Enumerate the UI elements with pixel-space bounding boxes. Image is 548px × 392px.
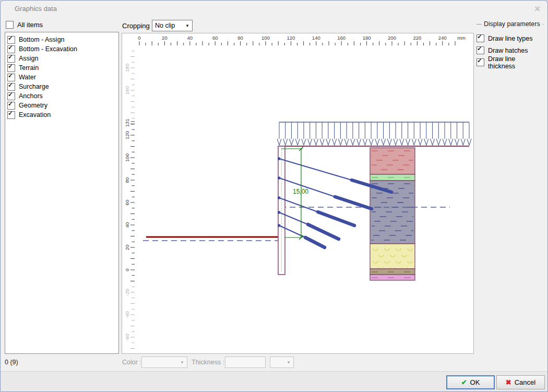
svg-text:-20: -20 <box>124 289 130 296</box>
svg-text:40: 40 <box>187 35 193 41</box>
checkbox-label: Water <box>19 74 36 81</box>
option-draw-line-thickness[interactable]: ✓Draw line thickness <box>476 56 543 68</box>
close-icon[interactable]: × <box>534 3 540 15</box>
checkbox[interactable]: ✓ <box>7 74 15 81</box>
graphics-data-dialog: Graphics data × All items Cropping : No … <box>0 0 548 392</box>
soil-layer-6 <box>370 275 415 280</box>
checkbox-label: Surcharge <box>19 83 49 90</box>
checkbox[interactable]: ✓ <box>476 34 484 42</box>
item-geometry[interactable]: ✓Geometry <box>7 101 118 110</box>
svg-text:120: 120 <box>287 35 295 41</box>
checkbox[interactable]: ✓ <box>7 36 15 44</box>
chevron-down-icon: ▼ <box>185 23 189 28</box>
retaining-wall <box>278 146 285 275</box>
drawing-canvas[interactable]: 020406080100120140160180200220240mm18016… <box>122 33 473 353</box>
svg-text:60: 60 <box>124 200 130 206</box>
soil-layer-2 <box>370 174 415 181</box>
checkbox[interactable]: ✓ <box>7 83 15 91</box>
option-draw-line-types[interactable]: ✓Draw line types <box>476 32 543 44</box>
checkbox[interactable]: ✓ <box>7 45 15 53</box>
svg-text:180: 180 <box>124 64 130 72</box>
soil-layer-5 <box>370 269 415 275</box>
checkbox[interactable]: ✓ <box>476 46 484 54</box>
cropping-select[interactable]: No clip ▼ <box>152 20 193 31</box>
surcharge-load <box>277 122 471 145</box>
display-parameters-group: Display parameters ✓Draw line types✓Draw… <box>476 20 543 68</box>
thickness-input <box>225 357 266 368</box>
checkbox-label: Terrain <box>19 64 39 72</box>
svg-text:0: 0 <box>138 35 140 41</box>
thickness-unit-select: ▼ <box>270 357 294 368</box>
check-icon: ✓ <box>477 45 482 52</box>
thickness-label: Thickness : <box>192 359 224 366</box>
display-parameters-title: Display parameters <box>484 20 540 28</box>
checkbox-label: Bottom - Excavation <box>19 45 77 53</box>
checkbox-label: Assign <box>19 55 39 62</box>
x-icon: ✖ <box>506 378 511 386</box>
soil-layer-1 <box>370 148 415 174</box>
cancel-button[interactable]: ✖ Cancel <box>496 375 545 389</box>
svg-text:100: 100 <box>261 35 270 41</box>
svg-text:40: 40 <box>124 222 130 228</box>
svg-text:60: 60 <box>212 35 218 41</box>
selection-count: 0 (9) <box>5 359 18 366</box>
chevron-down-icon: ▼ <box>180 360 184 365</box>
checkbox[interactable]: ✓ <box>476 58 484 66</box>
svg-text:200: 200 <box>388 35 396 41</box>
check-icon: ✓ <box>8 82 13 89</box>
horizontal-ruler: 020406080100120140160180200220240mm <box>138 35 466 45</box>
svg-text:-60: -60 <box>124 334 130 341</box>
dialog-title: Graphics data <box>15 5 57 13</box>
checkbox-label: Bottom - Assign <box>19 36 65 43</box>
item-assign[interactable]: ✓Assign <box>7 54 118 63</box>
display-parameters-header: Display parameters <box>476 20 543 28</box>
color-select: ▼ <box>141 357 187 368</box>
chevron-down-icon: ▼ <box>287 360 291 365</box>
item-water[interactable]: ✓Water <box>7 73 118 82</box>
drawing-area[interactable]: 020406080100120140160180200220240mm18016… <box>122 33 474 354</box>
all-items-checkbox-box[interactable] <box>6 21 14 29</box>
svg-text:131: 131 <box>124 118 130 127</box>
svg-text:-40: -40 <box>124 311 130 318</box>
checkbox[interactable]: ✓ <box>7 55 15 63</box>
checkbox-label: Draw line thickness <box>488 55 543 70</box>
cancel-button-label: Cancel <box>515 378 535 386</box>
cropping-value: No clip <box>155 22 175 29</box>
checkbox[interactable]: ✓ <box>7 111 15 119</box>
checkbox-label: Excavation <box>19 111 51 118</box>
svg-text:220: 220 <box>413 35 421 41</box>
item-bottom-assign[interactable]: ✓Bottom - Assign <box>7 35 118 44</box>
svg-text:240: 240 <box>438 35 447 41</box>
item-anchors[interactable]: ✓Anchors <box>7 91 118 101</box>
soil-layer-4 <box>370 244 415 269</box>
ok-button[interactable]: ✔ OK <box>446 375 495 389</box>
all-items-checkbox[interactable]: All items <box>6 21 43 29</box>
item-excavation[interactable]: ✓Excavation <box>7 110 118 120</box>
titlebar: Graphics data × <box>1 1 547 17</box>
soil-layer-3 <box>370 181 415 244</box>
all-items-label: All items <box>17 21 43 29</box>
checkbox-label: Anchors <box>19 92 43 100</box>
svg-text:100: 100 <box>124 153 130 162</box>
svg-text:20: 20 <box>124 245 130 251</box>
checkbox-label: Geometry <box>19 102 47 109</box>
svg-text:80: 80 <box>124 177 130 183</box>
svg-text:mm: mm <box>457 35 466 41</box>
check-icon: ✓ <box>477 33 482 40</box>
svg-text:20: 20 <box>162 35 168 41</box>
checkbox[interactable]: ✓ <box>7 64 15 72</box>
svg-text:160: 160 <box>337 35 346 41</box>
check-icon: ✓ <box>8 91 13 98</box>
checkbox[interactable]: ✓ <box>7 92 15 100</box>
item-surcharge[interactable]: ✓Surcharge <box>7 82 118 91</box>
svg-text:0: 0 <box>124 268 130 271</box>
svg-text:140: 140 <box>312 35 320 41</box>
button-strip: ✔ OK ✖ Cancel <box>1 371 547 391</box>
item-terrain[interactable]: ✓Terrain <box>7 63 118 73</box>
color-label: Color : <box>122 359 141 366</box>
checkbox[interactable]: ✓ <box>7 102 15 110</box>
item-bottom-excavation[interactable]: ✓Bottom - Excavation <box>7 44 118 54</box>
display-parameters-options: ✓Draw line types✓Draw hatches✓Draw line … <box>476 32 543 68</box>
check-icon: ✔ <box>461 378 467 386</box>
graphics-items-list[interactable]: ✓Bottom - Assign✓Bottom - Excavation✓Ass… <box>5 32 119 354</box>
